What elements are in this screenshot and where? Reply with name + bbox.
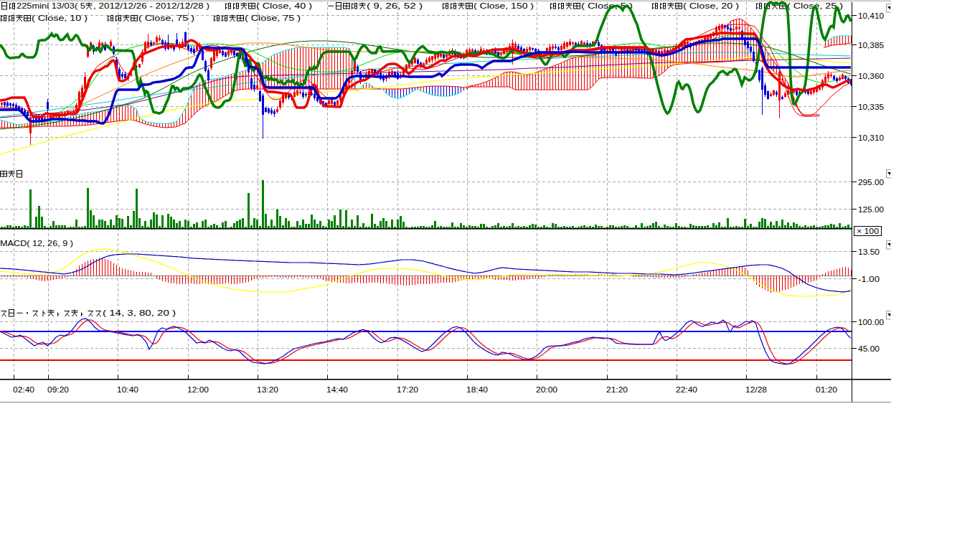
svg-text:13:20: 13:20 bbox=[257, 385, 278, 394]
svg-text:12:00: 12:00 bbox=[187, 385, 209, 394]
svg-text:( Close, 10 ): ( Close, 10 ) bbox=[32, 14, 88, 22]
svg-text:100.00: 100.00 bbox=[858, 318, 884, 326]
svg-text:( 9, 26, 52 ): ( 9, 26, 52 ) bbox=[367, 1, 423, 10]
svg-text:10,335: 10,335 bbox=[858, 103, 884, 111]
svg-text:MACD( 12, 26, 9 ): MACD( 12, 26, 9 ) bbox=[0, 239, 73, 248]
svg-text:10,360: 10,360 bbox=[858, 72, 884, 80]
svg-text:45.00: 45.00 bbox=[858, 344, 880, 353]
svg-text:02:40: 02:40 bbox=[13, 385, 34, 394]
svg-text:( Close, 75 ): ( Close, 75 ) bbox=[138, 14, 194, 22]
svg-text:125.00: 125.00 bbox=[858, 205, 884, 214]
svg-text:22:40: 22:40 bbox=[676, 385, 697, 394]
svg-text:20:00: 20:00 bbox=[536, 385, 557, 394]
svg-text:21:20: 21:20 bbox=[606, 385, 628, 394]
svg-text:( Close, 40 ): ( Close, 40 ) bbox=[256, 1, 312, 10]
svg-text:17:20: 17:20 bbox=[397, 385, 418, 394]
svg-text:-1.00: -1.00 bbox=[858, 275, 880, 283]
svg-text:( Close, 75 ): ( Close, 75 ) bbox=[245, 14, 301, 22]
svg-text:18:40: 18:40 bbox=[466, 385, 488, 394]
svg-text:14:40: 14:40 bbox=[326, 385, 348, 394]
svg-text:10,385: 10,385 bbox=[858, 41, 884, 50]
svg-text:225mini 13/03( 5: 225mini 13/03( 5 bbox=[17, 1, 85, 10]
svg-text:09:20: 09:20 bbox=[47, 385, 69, 394]
svg-text:× 100: × 100 bbox=[857, 227, 879, 235]
svg-text:, 2012/12/26 - 2012/12/28 ): , 2012/12/26 - 2012/12/28 ) bbox=[93, 1, 209, 10]
svg-text:( Close, 150 ): ( Close, 150 ) bbox=[473, 1, 534, 10]
svg-text:( 14, 3, 80, 20 ): ( 14, 3, 80, 20 ) bbox=[103, 309, 176, 317]
svg-text:295.00: 295.00 bbox=[858, 178, 884, 187]
svg-text:10:40: 10:40 bbox=[117, 385, 138, 394]
svg-text:( Close, 20 ): ( Close, 20 ) bbox=[683, 1, 739, 10]
svg-text:01:20: 01:20 bbox=[816, 385, 837, 394]
svg-text:12/28: 12/28 bbox=[745, 385, 767, 394]
svg-text:13.50: 13.50 bbox=[858, 248, 880, 256]
svg-text:10,310: 10,310 bbox=[858, 133, 884, 142]
svg-text:10,410: 10,410 bbox=[858, 11, 884, 20]
